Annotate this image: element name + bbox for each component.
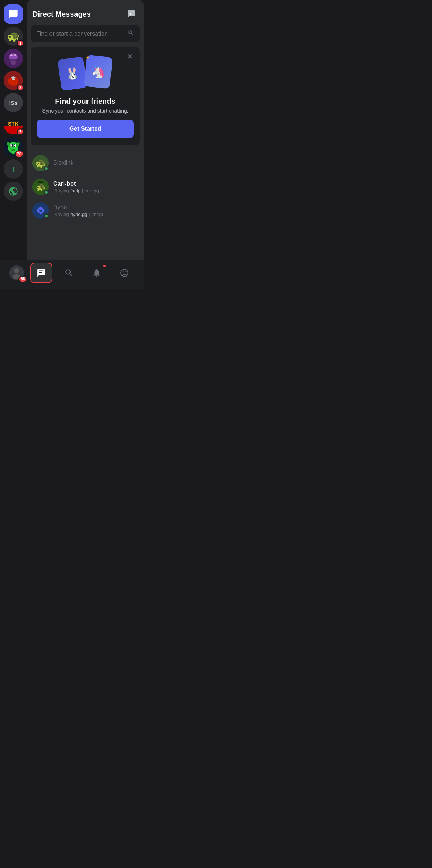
discover-button[interactable] xyxy=(4,182,23,201)
dm-item-bloxlink[interactable]: 🐢 Bloxlink xyxy=(30,151,141,175)
sidebar: 🐢 1 xyxy=(0,0,27,260)
sidebar-item-purple[interactable] xyxy=(4,49,23,68)
search-input[interactable] xyxy=(36,31,124,37)
dm-header: Direct Messages xyxy=(27,0,144,25)
card-left: 🐰 xyxy=(57,56,87,91)
illustration-cards: 🐰 🦄 ✦ xyxy=(56,54,115,91)
notifications-badge xyxy=(103,264,106,268)
svg-point-2 xyxy=(10,54,13,56)
dyno-name: Dyno xyxy=(53,204,138,211)
app-container: 🐢 1 xyxy=(0,0,144,289)
bloxlink-avatar-container: 🐢 xyxy=(32,155,49,171)
nav-emoji-button[interactable] xyxy=(113,263,136,283)
iss-server-icon: ISs xyxy=(4,93,23,112)
sidebar-item-stk[interactable]: STK 5 xyxy=(4,115,23,134)
search-svg xyxy=(128,30,134,36)
notifications-nav-icon xyxy=(92,268,102,278)
new-message-icon xyxy=(127,10,136,18)
svg-text:STK: STK xyxy=(8,121,18,127)
svg-point-18 xyxy=(11,149,16,151)
purple-server-icon xyxy=(4,49,23,68)
svg-rect-8 xyxy=(12,79,15,80)
nav-messages-button[interactable] xyxy=(30,263,52,283)
alien-badge: 76 xyxy=(15,151,24,157)
dyno-status-dot xyxy=(44,213,49,219)
dm-item-dyno[interactable]: Dyno Playing dyno.gg | ?help xyxy=(30,199,141,222)
sidebar-item-turtle[interactable]: 🐢 1 xyxy=(4,27,23,46)
emoji-nav-icon xyxy=(120,268,129,278)
carlbot-name: Carl-bot xyxy=(53,181,138,187)
carlbot-avatar-container: 🐢 xyxy=(32,179,49,195)
dm-list: 🐢 Bloxlink 🐢 xyxy=(27,151,144,260)
purple-server-svg xyxy=(4,49,23,68)
svg-point-32 xyxy=(14,268,20,274)
bloxlink-name: Bloxlink xyxy=(53,159,138,166)
discover-icon xyxy=(8,186,18,196)
search-icon xyxy=(128,30,134,38)
search-nav-icon xyxy=(64,268,74,278)
nav-notifications-button[interactable] xyxy=(86,263,108,283)
main-content: Direct Messages ✕ xyxy=(27,0,144,260)
friends-illustration: 🐰 🦄 ✦ xyxy=(37,54,134,91)
search-bar[interactable] xyxy=(31,25,140,42)
get-started-button[interactable]: Get Started xyxy=(37,120,134,138)
bloxlink-info: Bloxlink xyxy=(53,159,138,167)
stk-badge: 5 xyxy=(17,128,24,135)
messages-nav-icon xyxy=(37,268,46,278)
card-right-char: 🦄 xyxy=(91,65,106,79)
card-left-char: 🐰 xyxy=(65,66,80,81)
new-dm-button[interactable] xyxy=(125,7,138,21)
svg-point-3 xyxy=(14,54,16,56)
user-badge: 85 xyxy=(18,276,27,282)
bloxlink-status-dot xyxy=(44,166,49,171)
page-title: Direct Messages xyxy=(32,10,91,18)
carlbot-command: /help xyxy=(70,188,80,193)
sidebar-item-red[interactable]: 3 xyxy=(4,71,23,90)
dm-item-carlbot[interactable]: 🐢 Carl-bot Playing /help | carl.gg xyxy=(30,175,141,199)
svg-point-5 xyxy=(11,61,16,65)
user-avatar-nav[interactable]: 85 xyxy=(8,265,25,281)
sidebar-item-iss[interactable]: ISs xyxy=(4,93,23,112)
find-friends-card: ✕ 🐰 🦄 ✦ Find your friends Sync your cont xyxy=(31,47,140,145)
sparkle-icon: ✦ xyxy=(85,54,90,61)
find-friends-title: Find your friends xyxy=(37,97,134,106)
red-badge: 3 xyxy=(17,84,24,91)
add-icon: + xyxy=(10,163,16,175)
carlbot-status: Playing /help | carl.gg xyxy=(53,188,138,193)
bottom-nav: 85 xyxy=(0,260,144,289)
dyno-status: Playing dyno.gg | ?help xyxy=(53,212,138,217)
carlbot-info: Carl-bot Playing /help | carl.gg xyxy=(53,181,138,193)
sidebar-item-alien[interactable]: 76 xyxy=(4,137,23,157)
find-friends-subtitle: Sync your contacts and start chatting. xyxy=(37,108,134,114)
dyno-avatar-container xyxy=(32,202,49,219)
close-button[interactable]: ✕ xyxy=(125,51,135,62)
nav-search-button[interactable] xyxy=(58,263,80,283)
dyno-info: Dyno Playing dyno.gg | ?help xyxy=(53,204,138,217)
sidebar-item-dm[interactable] xyxy=(4,4,23,24)
dm-icon xyxy=(4,4,23,24)
dyno-command: dyno.gg xyxy=(70,212,87,217)
svg-rect-26 xyxy=(38,181,43,183)
chat-icon xyxy=(8,9,18,19)
add-server-button[interactable]: + xyxy=(4,159,23,179)
turtle-badge: 1 xyxy=(17,40,24,47)
main-area: 🐢 1 xyxy=(0,0,144,260)
carlbot-status-dot xyxy=(44,190,49,195)
